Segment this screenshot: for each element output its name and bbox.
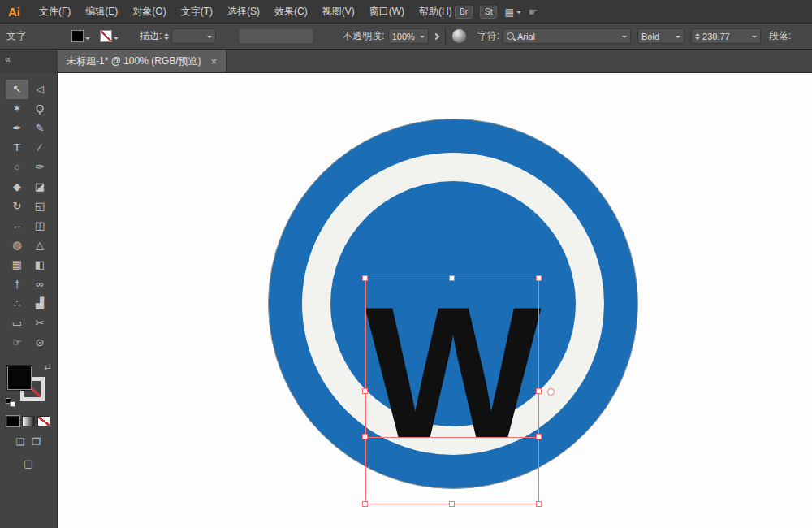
document-tab-bar: « 未标题-1* @ 100% (RGB/预览) ×: [0, 50, 812, 73]
drawing-modes-row: ❏ ❐: [0, 436, 57, 448]
tools-panel: ↖ ◁ ✶ Ϙ ✒ ✎ T ∕ ○ ✑ ◆ ◪ ↻ ◱ ↔ ◫ ◍ △ ▦ ◧ …: [0, 73, 58, 528]
recolor-artwork-icon[interactable]: [452, 29, 466, 43]
stroke-weight-dropdown[interactable]: [171, 28, 216, 44]
selection-handle-baseline-right[interactable]: [536, 434, 542, 439]
collapse-icon: «: [5, 53, 11, 65]
blend-tool[interactable]: ∞: [28, 275, 51, 294]
stroke-dropdown-icon[interactable]: [114, 37, 119, 42]
hand-tool[interactable]: ☞: [6, 333, 28, 353]
bridge-button[interactable]: Br: [455, 6, 473, 19]
context-label: 文字: [6, 29, 26, 43]
opacity-dropdown[interactable]: 100%: [388, 28, 429, 44]
slice-tool[interactable]: ✂: [28, 314, 51, 333]
paintbrush-tool[interactable]: ✑: [28, 158, 51, 177]
draw-behind-icon[interactable]: ❐: [32, 436, 41, 448]
draw-normal-icon[interactable]: ❏: [16, 436, 25, 448]
free-transform-tool[interactable]: ◫: [28, 216, 51, 236]
type-tool[interactable]: T: [6, 138, 28, 158]
magic-wand-tool[interactable]: ✶: [6, 99, 28, 119]
selection-handle-bottom-right[interactable]: [536, 501, 542, 507]
selection-handle-top-right[interactable]: [536, 275, 542, 281]
collapse-panel-button[interactable]: «: [0, 50, 58, 73]
document-tab[interactable]: 未标题-1* @ 100% (RGB/预览) ×: [58, 50, 227, 72]
tool-grid: ↖ ◁ ✶ Ϙ ✒ ✎ T ∕ ○ ✑ ◆ ◪ ↻ ◱ ↔ ◫ ◍ △ ▦ ◧ …: [0, 80, 57, 353]
screen-mode-icon[interactable]: ▢: [24, 457, 33, 470]
fill-stroke-widget: ⇄: [6, 364, 51, 406]
text-selection-bbox[interactable]: [365, 279, 539, 504]
menu-item-object[interactable]: 对象(O): [125, 0, 173, 24]
blob-brush-tool[interactable]: ◆: [6, 177, 28, 197]
ellipse-tool[interactable]: ○: [6, 158, 28, 177]
eraser-tool[interactable]: ◪: [28, 177, 51, 197]
character-label: 字符:: [477, 29, 499, 43]
pen-tool[interactable]: ✒: [6, 119, 28, 138]
stroke-weight-stepper[interactable]: [164, 33, 169, 40]
shape-builder-tool[interactable]: ◍: [6, 236, 28, 255]
app-logo[interactable]: Ai: [8, 5, 20, 19]
close-icon[interactable]: ×: [211, 55, 218, 67]
selection-tool[interactable]: ↖: [6, 80, 28, 99]
swap-fill-stroke-icon[interactable]: ⇄: [45, 362, 51, 371]
selection-handle-baseline-left[interactable]: [362, 434, 368, 439]
mesh-tool[interactable]: ▦: [6, 255, 28, 275]
menu-bar: Ai 文件(F) 编辑(E) 对象(O) 文字(T) 选择(S) 效果(C) 视…: [0, 0, 812, 24]
fill-swatch[interactable]: [7, 366, 32, 390]
selection-handle-mid-left[interactable]: [362, 388, 368, 394]
menu-item-window[interactable]: 窗口(W): [362, 0, 412, 24]
gradient-mode-button[interactable]: [22, 416, 35, 426]
selection-handle-bottom-left[interactable]: [362, 501, 368, 507]
selection-handle-mid-right[interactable]: [536, 388, 542, 394]
selection-out-port[interactable]: [547, 388, 555, 396]
menu-item-type[interactable]: 文字(T): [174, 0, 220, 24]
menu-item-effect[interactable]: 效果(C): [267, 0, 315, 24]
stock-button[interactable]: St: [480, 6, 497, 19]
opacity-label: 不透明度:: [343, 29, 384, 43]
eyedropper-tool[interactable]: †: [6, 275, 28, 294]
gradient-tool[interactable]: ◧: [28, 255, 51, 275]
selection-handle-top-left[interactable]: [362, 275, 368, 281]
opacity-value: 100%: [392, 32, 415, 41]
font-size-dropdown[interactable]: 230.77: [691, 28, 761, 44]
share-icon[interactable]: ☛: [529, 6, 538, 18]
font-style-dropdown[interactable]: Bold: [637, 28, 685, 44]
selection-handle-top-center[interactable]: [449, 275, 455, 281]
fill-dropdown-icon[interactable]: [85, 37, 90, 42]
arrange-documents-button[interactable]: ▦: [504, 6, 520, 18]
menu-item-view[interactable]: 视图(V): [315, 0, 362, 24]
line-segment-tool[interactable]: ∕: [28, 138, 51, 158]
menu-item-file[interactable]: 文件(F): [32, 0, 78, 24]
menu-item-select[interactable]: 选择(S): [220, 0, 267, 24]
font-family-value: Arial: [517, 32, 535, 41]
direct-selection-tool[interactable]: ◁: [28, 80, 51, 99]
fill-color-swatch[interactable]: [71, 30, 84, 42]
font-family-dropdown[interactable]: Arial: [503, 28, 631, 44]
document-tab-title: 未标题-1* @ 100% (RGB/预览): [67, 54, 201, 68]
menu-item-help[interactable]: 帮助(H): [412, 0, 460, 24]
font-size-stepper[interactable]: [695, 33, 700, 40]
selection-handle-bottom-center[interactable]: [449, 501, 455, 507]
perspective-grid-tool[interactable]: △: [28, 236, 51, 255]
menu-item-edit[interactable]: 编辑(E): [78, 0, 125, 24]
font-style-value: Bold: [641, 32, 659, 41]
brush-definition-dropdown[interactable]: [239, 28, 313, 44]
symbol-sprayer-tool[interactable]: ∴: [6, 294, 28, 314]
width-tool[interactable]: ↔: [6, 216, 28, 236]
rotate-tool[interactable]: ↻: [6, 197, 28, 216]
lasso-tool[interactable]: Ϙ: [28, 99, 51, 119]
none-mode-button[interactable]: [37, 416, 50, 426]
text-baseline-line: [365, 437, 539, 438]
pencil-tool[interactable]: ✎: [28, 119, 51, 138]
artboard-tool[interactable]: ▭: [6, 314, 28, 333]
color-mode-button[interactable]: [6, 416, 19, 426]
control-bar: 文字 描边: 不透明度: 100% 字符: Arial Bold 230.77 …: [0, 24, 812, 50]
scale-tool[interactable]: ◱: [28, 197, 51, 216]
stroke-weight-label: 描边:: [140, 29, 162, 43]
artboard-canvas[interactable]: W: [58, 73, 812, 528]
default-fill-stroke-icon[interactable]: [6, 398, 18, 408]
zoom-tool[interactable]: ⊙: [28, 333, 51, 353]
opacity-more-icon[interactable]: [432, 32, 438, 39]
stroke-color-swatch[interactable]: [100, 30, 112, 42]
column-graph-tool[interactable]: ▟: [28, 294, 51, 314]
chevron-down-icon: [516, 11, 521, 16]
screen-mode-row: ▢: [0, 457, 57, 470]
